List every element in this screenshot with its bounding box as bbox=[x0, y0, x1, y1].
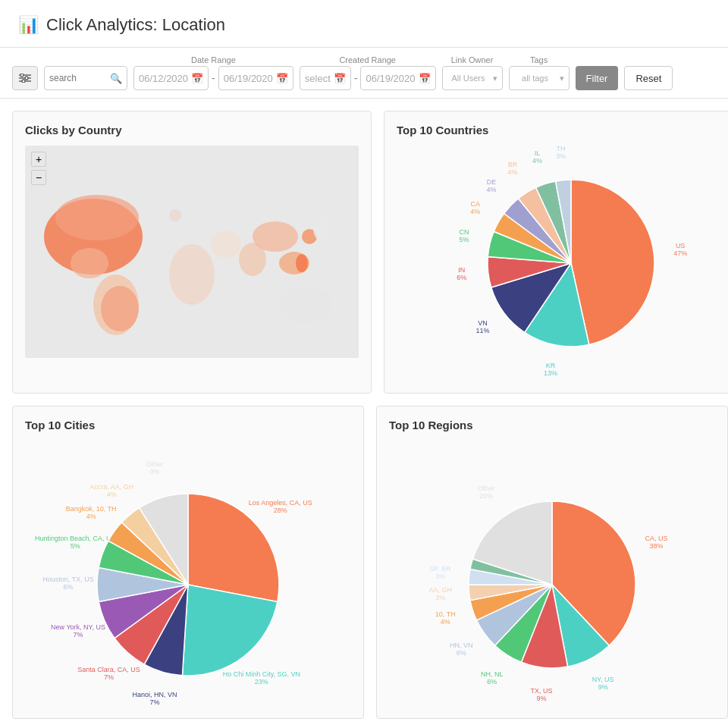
date-to-value: 06/19/2020 bbox=[224, 73, 273, 84]
top10-cities-title: Top 10 Cities bbox=[25, 419, 351, 431]
svg-text:13%: 13% bbox=[544, 369, 557, 377]
svg-text:Accra, AA, GH: Accra, AA, GH bbox=[89, 483, 133, 491]
svg-text:4%: 4% bbox=[441, 618, 450, 626]
svg-text:TH: TH bbox=[556, 146, 565, 152]
analytics-icon: 📊 bbox=[18, 15, 39, 35]
svg-point-20 bbox=[279, 286, 332, 324]
svg-text:AA, GH: AA, GH bbox=[428, 586, 452, 594]
svg-text:BR: BR bbox=[508, 161, 518, 168]
svg-text:20%: 20% bbox=[479, 492, 493, 500]
map-controls: + − bbox=[31, 152, 46, 185]
created-range-group: Created Range select 📅 - 06/19/2020 📅 bbox=[300, 55, 436, 90]
svg-text:47%: 47% bbox=[673, 249, 687, 257]
date-from-input[interactable]: 06/12/2020 📅 bbox=[133, 66, 209, 90]
bottom-charts-area: Top 10 Cities Los Angeles, CA, US28%Ho C… bbox=[0, 406, 728, 728]
top10-cities-chart: Los Angeles, CA, US28%Ho Chi Minh City, … bbox=[25, 441, 351, 706]
date-range-group: Date Range 06/12/2020 📅 - 06/19/2020 📅 bbox=[133, 55, 293, 90]
country-pie-svg: US47%KR13%VN11%IN6%CN5%CA4%DE4%BR4%IL4%T… bbox=[397, 146, 723, 381]
filter-icon-button[interactable] bbox=[12, 66, 38, 90]
top10-countries-panel: Top 10 Countries US47%KR13%VN11%IN6%CN5%… bbox=[384, 111, 728, 394]
filter-button[interactable]: Filter bbox=[576, 66, 619, 90]
svg-point-3 bbox=[20, 74, 24, 77]
svg-text:9%: 9% bbox=[598, 683, 608, 691]
svg-text:Bangkok, 10, TH: Bangkok, 10, TH bbox=[66, 505, 117, 513]
svg-text:6%: 6% bbox=[457, 649, 466, 657]
date-to-input[interactable]: 06/19/2020 📅 bbox=[218, 66, 293, 90]
search-input[interactable] bbox=[49, 73, 110, 83]
svg-text:CN: CN bbox=[459, 228, 469, 236]
svg-point-16 bbox=[253, 221, 298, 252]
svg-text:NY, US: NY, US bbox=[592, 676, 614, 683]
svg-text:4%: 4% bbox=[470, 208, 480, 215]
svg-text:9%: 9% bbox=[537, 695, 547, 702]
zoom-in-button[interactable]: + bbox=[31, 152, 46, 167]
svg-text:CA, US: CA, US bbox=[645, 535, 668, 542]
page-header: 📊 Click Analytics: Location bbox=[0, 0, 728, 48]
svg-text:23%: 23% bbox=[255, 678, 268, 686]
date-separator: - bbox=[212, 66, 215, 90]
calendar-icon-2: 📅 bbox=[276, 73, 288, 84]
chevron-down-icon: ▾ bbox=[493, 74, 497, 83]
svg-text:Ho Chi Minh City, SG, VN: Ho Chi Minh City, SG, VN bbox=[223, 670, 300, 678]
reset-button[interactable]: Reset bbox=[624, 66, 673, 90]
svg-text:6%: 6% bbox=[63, 583, 73, 591]
svg-text:10, TH: 10, TH bbox=[435, 610, 456, 618]
toolbar: 🔍 Date Range 06/12/2020 📅 - 06/19/2020 📅… bbox=[0, 48, 728, 99]
svg-point-21 bbox=[313, 218, 328, 240]
svg-text:Los Angeles, CA, US: Los Angeles, CA, US bbox=[249, 499, 312, 507]
svg-text:7%: 7% bbox=[149, 698, 159, 706]
svg-text:9%: 9% bbox=[149, 468, 159, 475]
created-range-label: Created Range bbox=[300, 55, 436, 64]
svg-text:3%: 3% bbox=[435, 594, 445, 601]
svg-text:NH, NL: NH, NL bbox=[481, 670, 504, 678]
top10-countries-title: Top 10 Countries bbox=[397, 124, 723, 136]
link-owner-label: Link Owner bbox=[442, 55, 503, 64]
svg-point-14 bbox=[211, 231, 241, 258]
svg-text:Other: Other bbox=[146, 460, 164, 468]
svg-text:11%: 11% bbox=[475, 327, 489, 334]
created-separator: - bbox=[354, 66, 358, 90]
svg-text:IL: IL bbox=[535, 149, 541, 157]
svg-text:5%: 5% bbox=[459, 236, 469, 243]
svg-point-8 bbox=[55, 195, 139, 240]
link-owner-group: Link Owner All Users ▾ bbox=[442, 55, 503, 90]
svg-point-18 bbox=[296, 254, 308, 272]
link-owner-select[interactable]: All Users ▾ bbox=[442, 66, 503, 90]
tags-value: all tags bbox=[522, 74, 548, 83]
top10-regions-title: Top 10 Regions bbox=[389, 419, 715, 431]
svg-point-4 bbox=[25, 77, 28, 80]
created-select-value: select bbox=[305, 73, 331, 84]
tags-label: Tags bbox=[509, 55, 570, 64]
date-range-label: Date Range bbox=[133, 55, 293, 64]
svg-point-22 bbox=[169, 209, 181, 221]
svg-point-12 bbox=[169, 244, 215, 305]
svg-text:4%: 4% bbox=[107, 491, 117, 498]
zoom-out-button[interactable]: − bbox=[31, 170, 46, 185]
tags-select[interactable]: all tags ▾ bbox=[509, 66, 570, 90]
svg-point-9 bbox=[71, 248, 108, 278]
svg-text:5%: 5% bbox=[71, 542, 80, 550]
svg-text:3%: 3% bbox=[435, 573, 445, 580]
tags-group: Tags all tags ▾ bbox=[509, 55, 570, 90]
svg-point-5 bbox=[22, 80, 25, 83]
world-map: + − bbox=[25, 146, 359, 373]
svg-text:DE: DE bbox=[487, 178, 497, 186]
svg-text:Huntington Beach, CA, US: Huntington Beach, CA, US bbox=[35, 535, 116, 542]
svg-text:3%: 3% bbox=[556, 152, 566, 160]
svg-text:4%: 4% bbox=[86, 513, 96, 520]
chevron-down-icon-2: ▾ bbox=[560, 74, 564, 83]
created-to-input[interactable]: 06/19/2020 📅 bbox=[360, 66, 435, 90]
page-title: Click Analytics: Location bbox=[46, 15, 225, 35]
svg-text:SP, BR: SP, BR bbox=[429, 565, 451, 573]
svg-text:Santa Clara, CA, US: Santa Clara, CA, US bbox=[77, 666, 140, 673]
svg-text:HN, VN: HN, VN bbox=[450, 642, 473, 649]
svg-text:Houston, TX, US: Houston, TX, US bbox=[42, 576, 93, 583]
svg-text:38%: 38% bbox=[650, 542, 664, 550]
svg-text:Other: Other bbox=[478, 485, 495, 492]
search-box[interactable]: 🔍 bbox=[44, 66, 127, 90]
created-to-value: 06/19/2020 bbox=[366, 73, 415, 84]
top10-cities-panel: Top 10 Cities Los Angeles, CA, US28%Ho C… bbox=[12, 406, 364, 719]
svg-text:CA: CA bbox=[470, 200, 480, 208]
created-select-input[interactable]: select 📅 bbox=[300, 66, 351, 90]
svg-text:7%: 7% bbox=[73, 631, 83, 639]
